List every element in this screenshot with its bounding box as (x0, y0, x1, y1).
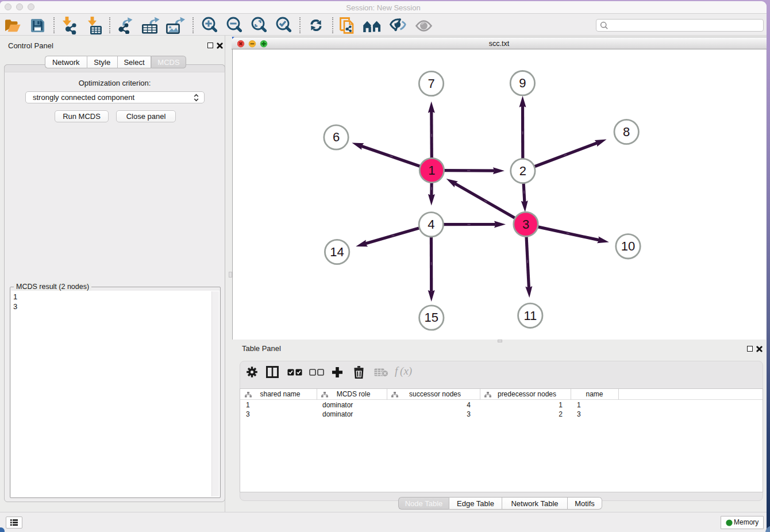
svg-text:2: 2 (519, 164, 526, 178)
svg-text:11: 11 (523, 309, 537, 323)
svg-text:10: 10 (621, 239, 635, 253)
svg-text:9: 9 (519, 76, 526, 90)
svg-text:7: 7 (428, 76, 434, 91)
svg-text:3: 3 (522, 217, 529, 232)
svg-text:4: 4 (428, 217, 434, 232)
svg-text:14: 14 (330, 245, 344, 259)
svg-text:15: 15 (425, 310, 438, 325)
svg-text:1: 1 (428, 163, 435, 178)
svg-text:8: 8 (623, 125, 630, 139)
svg-text:6: 6 (333, 130, 340, 144)
